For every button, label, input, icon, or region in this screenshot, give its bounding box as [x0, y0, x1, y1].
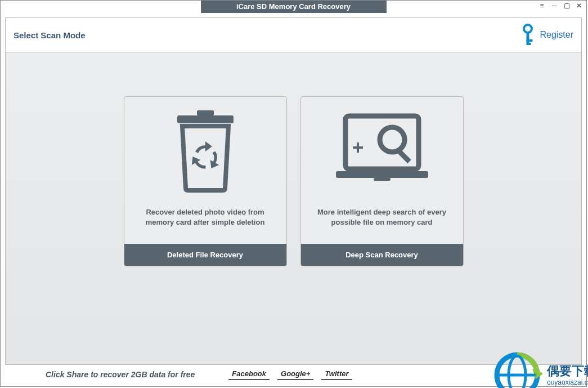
minimize-button[interactable]: ─ — [550, 2, 558, 10]
svg-rect-2 — [527, 39, 533, 42]
share-links: Facebook Google+ Twitter — [228, 369, 352, 380]
footer-bar: Click Share to recover 2GB data for free… — [5, 363, 582, 386]
header-panel: Select Scan Mode Register — [5, 17, 582, 52]
app-window: iCare SD Memory Card Recovery ≡ ─ ▢ ✕ Se… — [0, 0, 587, 387]
share-facebook-link[interactable]: Facebook — [228, 369, 270, 380]
svg-point-11 — [380, 127, 405, 152]
key-icon — [520, 24, 535, 46]
recycle-bin-icon — [124, 97, 286, 204]
deleted-card-description: Recover deleted photo video from memory … — [124, 204, 286, 244]
svg-rect-3 — [527, 43, 531, 45]
deep-card-button-label: Deep Scan Recovery — [301, 244, 463, 266]
close-button[interactable]: ✕ — [575, 2, 583, 10]
svg-rect-5 — [177, 115, 234, 123]
maximize-button[interactable]: ▢ — [563, 2, 571, 10]
deep-scan-recovery-card[interactable]: More intelligent deep search of every po… — [300, 96, 464, 266]
svg-point-0 — [524, 25, 532, 33]
page-title: Select Scan Mode — [14, 30, 86, 40]
deep-card-description: More intelligent deep search of every po… — [301, 204, 463, 244]
share-prompt: Click Share to recover 2GB data for free — [46, 370, 195, 379]
svg-rect-12 — [396, 149, 411, 163]
svg-rect-7 — [336, 171, 428, 178]
titlebar: iCare SD Memory Card Recovery ≡ ─ ▢ ✕ — [1, 1, 586, 13]
share-googleplus-link[interactable]: Google+ — [277, 369, 313, 380]
laptop-search-icon — [301, 97, 463, 204]
svg-rect-8 — [374, 178, 390, 181]
share-twitter-link[interactable]: Twitter — [321, 369, 352, 380]
register-label: Register — [540, 30, 573, 40]
deleted-card-button-label: Deleted File Recovery — [124, 244, 286, 266]
window-controls: ≡ ─ ▢ ✕ — [538, 2, 583, 10]
deleted-file-recovery-card[interactable]: Recover deleted photo video from memory … — [124, 96, 287, 266]
window-title: iCare SD Memory Card Recovery — [201, 1, 387, 13]
svg-rect-4 — [197, 110, 214, 115]
register-button[interactable]: Register — [520, 24, 573, 46]
menu-button[interactable]: ≡ — [538, 2, 546, 10]
main-content: Recover deleted photo video from memory … — [5, 52, 582, 365]
svg-rect-10 — [357, 142, 359, 153]
